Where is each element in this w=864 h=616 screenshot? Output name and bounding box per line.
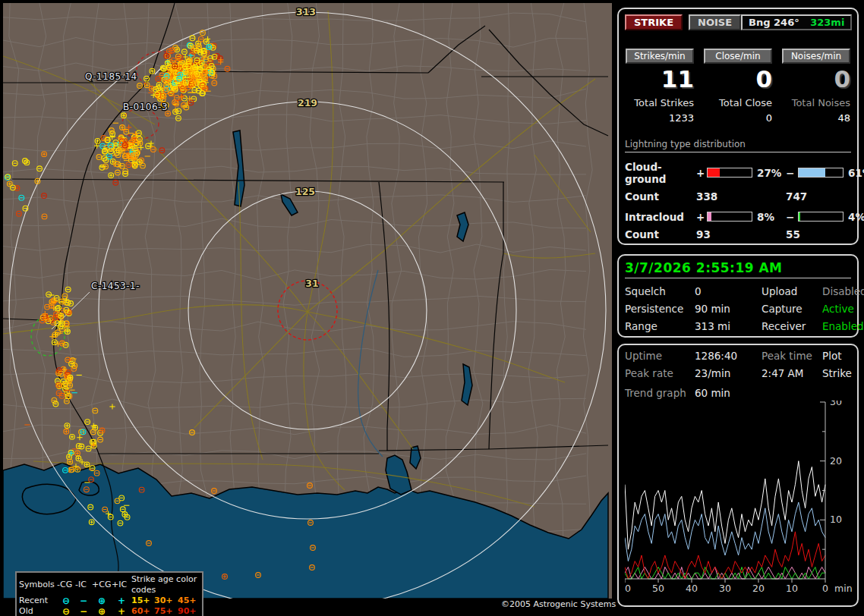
session-cell: Peak rate [625, 367, 695, 379]
bearing-range-value: 323mi [810, 17, 844, 28]
svg-text:31: 31 [305, 278, 318, 289]
status-cell: Enabled [822, 320, 864, 332]
svg-text:219: 219 [298, 97, 317, 108]
cg-negative-bar [798, 168, 844, 178]
strike-indicator-button[interactable]: STRIKE [625, 14, 683, 30]
session-cell: 23/min [695, 367, 762, 379]
plus-icon: + [696, 167, 707, 179]
svg-text:C-1453-1-: C-1453-1- [91, 281, 140, 291]
minus-icon: − [786, 167, 798, 179]
status-grid: Squelch0UploadDisabledPersistence90 minC… [625, 285, 851, 332]
plus-icon: + [112, 596, 131, 606]
ic-negative-bar [798, 212, 844, 222]
circle-plus-icon: ⊕ [92, 606, 112, 616]
legend-col-ic-neg: -IC [75, 580, 92, 590]
status-cell: Disabled [822, 285, 864, 297]
cloud-ground-count-row: Count 338 747 [625, 190, 851, 203]
count-label: Count [625, 228, 696, 240]
legend-recent-row: Recent ⊖ − ⊕ + 15+ 30+ 45+ [19, 596, 200, 606]
legend-col-cg-pos: +CG [92, 580, 112, 590]
legend-symbols-title: Symbols [19, 580, 57, 590]
legend-age-30: 30+ [154, 596, 178, 606]
status-cell: 313 mi [695, 320, 762, 332]
noises-per-min-button[interactable]: Noises/min [782, 49, 850, 64]
legend-recent-label: Recent [19, 596, 57, 606]
legend-age-title: Strike age color codes [131, 574, 201, 596]
map-canvas: 31125219313Q-1185-14B-0106-3C-1453-1- [3, 3, 612, 599]
close-column: Close/min 0 Total Close 0 [704, 49, 772, 124]
trend-graph-value: 60 min [695, 387, 851, 399]
status-panel: 3/7/2026 2:55:19 AM Squelch0UploadDisabl… [617, 254, 859, 338]
datetime-display: 3/7/2026 2:55:19 AM [625, 260, 851, 275]
status-cell: Squelch [625, 285, 695, 297]
status-cell: Range [625, 320, 695, 332]
cloud-ground-label: Cloud-ground [625, 161, 696, 185]
distribution-title: Lightning type distribution [625, 139, 851, 152]
map-legend: Symbols -CG -IC +CG +IC Strike age color… [15, 571, 203, 616]
svg-text:min: min [834, 583, 853, 593]
total-noises-label: Total Noises [782, 97, 850, 108]
legend-age-75: 75+ [154, 606, 178, 616]
bearing-label: Bng 246° [749, 17, 799, 28]
strikes-column: Strikes/min 11 Total Strikes 1233 [626, 49, 694, 124]
trend-graph-row: Trend graph 60 min [625, 387, 851, 399]
svg-text:20: 20 [752, 583, 765, 593]
strikes-per-min-button[interactable]: Strikes/min [626, 49, 694, 64]
circle-minus-icon: ⊖ [57, 596, 75, 606]
legend-age-45: 45+ [178, 596, 201, 606]
status-cell: Upload [762, 285, 822, 297]
session-cell: Plot [822, 350, 852, 362]
legend-old-label: Old [19, 606, 57, 616]
status-cell: Active [822, 303, 864, 315]
legend-age-60: 60+ [131, 606, 154, 616]
intracloud-label: Intracloud [625, 211, 696, 223]
ic-negative-count: 55 [786, 228, 851, 240]
ic-negative-pct: 4% [844, 211, 864, 223]
svg-text:0: 0 [822, 583, 828, 593]
total-strikes-label: Total Strikes [626, 97, 694, 108]
legend-old-row: Old ⊖ − ⊕ + 60+ 75+ 90+ [19, 606, 200, 616]
trend-graph: 1020306050403020100min [625, 401, 854, 593]
count-label: Count [625, 190, 696, 203]
circle-minus-icon: ⊖ [57, 606, 75, 616]
strike-stats-panel: STRIKE NOISE Bng 246° 323mi Strikes/min … [617, 8, 859, 245]
total-noises-value: 48 [782, 112, 850, 124]
session-cell: 1286:40 [695, 350, 762, 362]
svg-text:Q-1185-14: Q-1185-14 [85, 71, 137, 82]
cg-negative-count: 747 [786, 190, 851, 203]
intracloud-count-row: Count 93 55 [625, 228, 851, 240]
legend-col-cg-neg: -CG [57, 580, 75, 590]
cg-negative-pct: 61% [844, 167, 864, 179]
svg-text:40: 40 [686, 583, 698, 593]
cg-positive-bar [707, 168, 752, 178]
status-cell: Receiver [762, 320, 822, 332]
lightning-map[interactable]: 31125219313Q-1185-14B-0106-3C-1453-1- Sy… [3, 3, 612, 599]
total-close-value: 0 [704, 112, 772, 124]
noise-indicator-button[interactable]: NOISE [689, 14, 741, 30]
divider [625, 278, 851, 278]
svg-text:30: 30 [830, 401, 842, 407]
session-cell: 2:47 AM [762, 367, 822, 379]
close-per-min-button[interactable]: Close/min [704, 49, 772, 64]
total-strikes-value: 1233 [626, 112, 694, 124]
legend-age-90: 90+ [178, 606, 201, 616]
noises-rate-value: 0 [782, 67, 850, 92]
ic-positive-bar [707, 212, 752, 222]
noises-column: Noises/min 0 Total Noises 48 [782, 49, 850, 124]
circle-plus-icon: ⊕ [92, 596, 112, 606]
cg-positive-count: 338 [696, 190, 786, 203]
svg-text:30: 30 [719, 583, 731, 593]
svg-text:B-0106-3: B-0106-3 [123, 102, 168, 112]
bearing-readout: Bng 246° 323mi [741, 14, 852, 30]
svg-text:20: 20 [830, 455, 842, 467]
session-panel: Uptime1286:40Peak timePlotPeak rate23/mi… [617, 344, 859, 607]
ic-positive-count: 93 [696, 228, 786, 240]
svg-text:10: 10 [830, 514, 842, 525]
status-cell: Capture [762, 303, 822, 315]
svg-text:10: 10 [786, 583, 798, 593]
session-cell: Strike [822, 367, 852, 379]
minus-icon: − [75, 596, 92, 606]
svg-text:313: 313 [296, 6, 316, 17]
ic-positive-pct: 8% [752, 211, 786, 223]
status-cell: 90 min [695, 303, 762, 315]
